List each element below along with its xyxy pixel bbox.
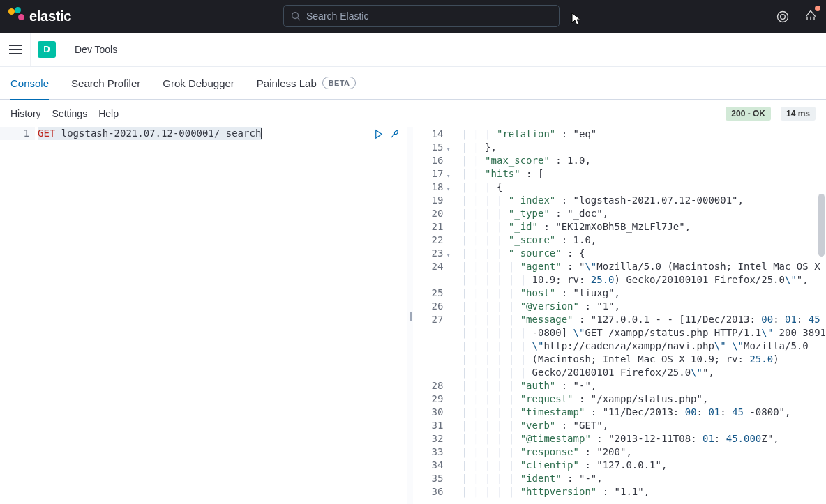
response-latency: 14 ms (781, 107, 816, 121)
hamburger-icon (9, 45, 22, 54)
console-editor: 1 GET logstash-2021.07.12-000001/_search… (0, 127, 826, 504)
response-pane[interactable]: 1415161718192021222324 252627 2829303132… (413, 127, 826, 504)
search-icon (291, 11, 301, 21)
request-editor[interactable]: GET logstash-2021.07.12-000001/_search (35, 127, 407, 140)
beta-badge: BETA (322, 77, 356, 89)
request-url: logstash-2021.07.12-000001/_search (61, 128, 262, 139)
grip-icon: || (410, 314, 411, 317)
text-cursor (261, 128, 262, 139)
breadcrumb: Dev Tools (75, 44, 117, 55)
wrench-icon[interactable] (389, 129, 400, 139)
sub-header: D Dev Tools (0, 33, 826, 66)
response-viewer[interactable]: | | | "relation" : "eq"| | },| | "max_sc… (449, 127, 826, 504)
response-status: 200 - OK (726, 107, 771, 121)
logo[interactable]: elastic (8, 8, 71, 24)
help-link[interactable]: Help (98, 108, 119, 119)
svg-line-1 (298, 18, 301, 21)
global-search[interactable] (283, 5, 560, 27)
tab-bar: Console Search Profiler Grok Debugger Pa… (0, 67, 826, 100)
tab-grok-debugger[interactable]: Grok Debugger (163, 67, 234, 100)
tab-label: Painless Lab (257, 77, 317, 89)
scrollbar-thumb[interactable] (818, 194, 825, 257)
svg-marker-4 (376, 130, 382, 138)
pane-splitter[interactable]: || (407, 127, 413, 504)
nav-toggle-button[interactable] (0, 33, 31, 66)
help-icon[interactable] (776, 10, 790, 24)
svg-point-3 (781, 14, 786, 19)
brand-text: elastic (29, 8, 71, 24)
notification-dot (815, 6, 820, 11)
top-header: elastic (0, 0, 826, 33)
tab-search-profiler[interactable]: Search Profiler (71, 67, 140, 100)
newsfeed-button[interactable] (804, 8, 818, 24)
svg-point-0 (292, 13, 299, 19)
tab-console[interactable]: Console (10, 67, 49, 100)
svg-point-2 (778, 11, 788, 22)
tab-painless-lab[interactable]: Painless Lab BETA (257, 67, 356, 100)
settings-link[interactable]: Settings (52, 108, 88, 119)
request-gutter: 1 (0, 127, 35, 140)
play-icon[interactable] (373, 129, 384, 139)
app-icon: D (38, 41, 56, 58)
console-toolbar: History Settings Help 200 - OK 14 ms (0, 100, 826, 127)
search-input[interactable] (306, 10, 552, 22)
request-method: GET (38, 128, 55, 139)
history-link[interactable]: History (10, 108, 41, 119)
request-pane[interactable]: 1 GET logstash-2021.07.12-000001/_search (0, 127, 407, 504)
response-gutter: 1415161718192021222324 252627 2829303132… (413, 127, 449, 504)
elastic-logo-icon (8, 7, 25, 24)
